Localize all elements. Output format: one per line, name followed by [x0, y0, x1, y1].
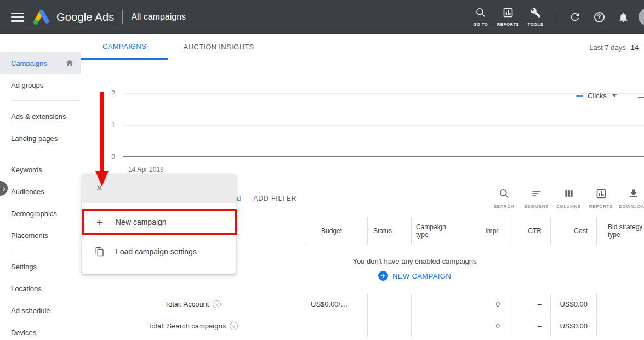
y-axis-tick: 1 — [95, 121, 115, 129]
total-search-impressions: 0 — [464, 315, 509, 337]
topbar-divider — [122, 10, 123, 24]
column-header-cost[interactable]: Cost — [550, 217, 596, 245]
download-icon — [628, 188, 639, 201]
menu-icon[interactable] — [11, 13, 24, 22]
reports-button[interactable]: REPORTS — [494, 7, 522, 27]
sidebar-divider — [11, 251, 81, 251]
total-search-bid-strategy — [596, 315, 644, 337]
copy-icon — [94, 247, 105, 257]
sidebar-item-devices[interactable]: Devices — [0, 321, 81, 340]
topbar-vertical-divider — [556, 9, 556, 25]
sidebar-item-ads-extensions[interactable]: Ads & extensions — [0, 105, 81, 127]
column-header-status[interactable]: Status — [367, 217, 411, 245]
segment-icon — [531, 188, 542, 201]
sidebar-divider — [11, 47, 81, 47]
reports-icon — [503, 7, 514, 20]
add-filter-button[interactable]: ADD FILTER — [253, 195, 297, 202]
tab-auction-insights[interactable]: AUCTION INSIGHTS — [168, 34, 270, 60]
total-search-ctr: – — [509, 315, 550, 337]
total-account-ctr: – — [509, 293, 550, 315]
total-search-campaign-type — [411, 315, 464, 337]
x-axis-label: 14 Apr 2019 — [128, 166, 164, 173]
filter-area: d ADD FILTER — [237, 194, 297, 202]
gridline — [123, 93, 644, 94]
tools-button[interactable]: TOOLS — [522, 7, 549, 27]
home-icon — [65, 59, 74, 69]
help-icon[interactable]: ? — [587, 12, 611, 22]
download-tool-button[interactable]: DOWNLOAD — [617, 188, 644, 209]
total-search-budget — [305, 315, 367, 337]
sidebar-item-settings[interactable]: Settings — [0, 256, 81, 277]
date-range-value: 14 - 2 — [631, 43, 644, 52]
search-icon — [475, 7, 486, 20]
total-search-label: Total: Search campaigns — [148, 322, 226, 330]
notifications-bell-icon[interactable] — [611, 12, 635, 23]
page-title: All campaigns — [131, 12, 186, 22]
clicks-series-swatch — [576, 95, 583, 97]
help-icon[interactable]: ? — [213, 300, 221, 308]
brand-title: Google Ads — [56, 11, 114, 24]
sidebar-item-locations[interactable]: Locations — [0, 277, 81, 299]
total-account-label: Total: Account — [165, 300, 209, 308]
sidebar-item-placements[interactable]: Placements — [0, 224, 81, 246]
menu-item-new-campaign[interactable]: + New campaign — [82, 207, 236, 237]
column-header-bid-strategy[interactable]: Bid strategy type — [596, 217, 644, 245]
help-icon[interactable]: ? — [230, 322, 238, 330]
goto-button[interactable]: GO TO — [467, 7, 494, 27]
y-axis-tick: 0 — [95, 153, 115, 161]
sidebar-nav: Campaigns Ad groups Ads & extensions Lan… — [0, 34, 81, 340]
sidebar-item-campaigns[interactable]: Campaigns — [0, 52, 81, 74]
total-account-row: Total: Account ? US$0.00/… 0 – US$0.00 — [81, 293, 644, 315]
plus-icon: + — [94, 217, 105, 228]
dropdown-header — [82, 174, 236, 203]
sidebar-item-keywords[interactable]: Keywords — [0, 158, 81, 180]
y-axis-tick: 2 — [95, 89, 115, 97]
enabled-filter-chip[interactable]: d — [237, 194, 241, 202]
dropdown-items: + New campaign Load campaign settings — [82, 203, 236, 267]
column-header-ctr[interactable]: CTR — [509, 217, 550, 245]
segment-tool-button[interactable]: SEGMENT — [520, 188, 552, 209]
reports-icon — [596, 188, 607, 201]
columns-icon — [563, 188, 574, 201]
date-range-picker[interactable]: Last 7 days 14 - 2 — [589, 34, 644, 60]
sidebar-item-ad-schedule[interactable]: Ad schedule — [0, 299, 81, 321]
wrench-icon — [530, 7, 541, 20]
sidebar-divider — [11, 100, 81, 101]
topbar: Google Ads All campaigns GO TO REPORTS — [0, 0, 644, 34]
column-header-budget[interactable]: Budget — [305, 217, 367, 245]
search-tool-button[interactable]: SEARCH — [488, 188, 520, 209]
column-header-impressions[interactable]: Impr. — [464, 217, 509, 245]
columns-tool-button[interactable]: COLUMNS — [552, 188, 585, 209]
sidebar-item-landing-pages[interactable]: Landing pages — [0, 127, 81, 149]
sidebar-divider — [11, 154, 81, 154]
new-campaign-dropdown: + New campaign Load campaign settings — [82, 174, 236, 274]
total-account-campaign-type — [411, 293, 464, 315]
sidebar-item-audiences[interactable]: Audiences — [0, 180, 81, 202]
column-header-campaign-type[interactable]: Campaign type — [411, 217, 464, 245]
sidebar-item-ad-groups[interactable]: Ad groups — [0, 74, 81, 96]
sidebar-item-demographics[interactable]: Demographics — [0, 202, 81, 224]
date-range-preset: Last 7 days — [589, 43, 626, 52]
total-search-cost: US$0.00 — [550, 315, 596, 337]
google-ads-logo-icon — [32, 9, 51, 25]
total-account-status — [367, 293, 411, 315]
refresh-icon[interactable] — [563, 11, 587, 23]
new-campaign-button[interactable]: + NEW CAMPAIGN — [378, 271, 451, 281]
gridline — [123, 125, 644, 126]
chevron-right-icon: › — [3, 184, 5, 193]
tab-bar: CAMPAIGNS AUCTION INSIGHTS Last 7 days 1… — [81, 34, 644, 60]
total-account-budget: US$0.00/… — [305, 293, 367, 315]
tab-campaigns[interactable]: CAMPAIGNS — [81, 34, 168, 60]
metric-selector-clicks[interactable]: Clicks — [576, 92, 617, 104]
total-account-bid-strategy — [596, 293, 644, 315]
avatar[interactable] — [639, 8, 644, 26]
table-tools: SEARCH SEGMENT COLUMNS REPORTS DOWNLOAD — [488, 188, 644, 209]
plus-icon: + — [378, 271, 388, 281]
google-ads-app: Google Ads All campaigns GO TO REPORTS — [0, 0, 644, 340]
reports-tool-button[interactable]: REPORTS — [585, 188, 617, 209]
empty-state-message: You don't have any enabled campaigns — [352, 257, 476, 265]
second-metric-swatch — [638, 97, 644, 98]
chevron-down-icon — [612, 94, 617, 97]
close-icon[interactable] — [95, 184, 104, 194]
menu-item-load-campaign-settings[interactable]: Load campaign settings — [82, 237, 236, 267]
